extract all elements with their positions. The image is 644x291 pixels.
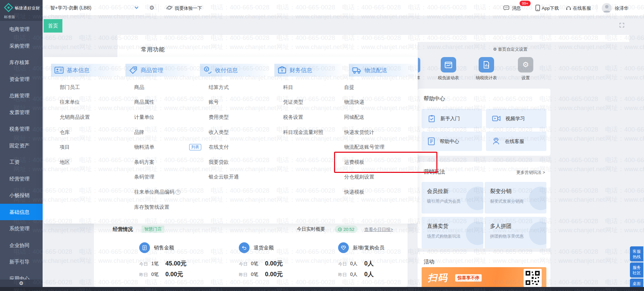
activity-banner[interactable]: 扫码 惊喜享不停 — [422, 267, 546, 289]
help-btn-video-learning[interactable]: 视频学习 — [486, 109, 546, 128]
message-icon[interactable] — [503, 5, 509, 11]
menu-item[interactable]: 银企云联开通 — [209, 170, 278, 185]
menu-item[interactable]: 条码方案 — [134, 155, 203, 170]
menu-item[interactable]: 在线支付 — [209, 140, 278, 155]
menu-item[interactable]: 快递发货统计 — [344, 125, 413, 140]
sidebar-item-general-ledger[interactable]: 总账管理 — [0, 87, 43, 104]
online-service-button[interactable]: 在线客服 — [573, 5, 591, 11]
category-basic-info[interactable]: 基本信息 — [51, 64, 120, 77]
help-btn-help-center[interactable]: 帮助中心 — [422, 132, 482, 151]
category-finance-info[interactable]: 财务信息 — [274, 64, 343, 77]
service-hotline-tab[interactable]: 客服热线 — [630, 246, 643, 261]
sidebar-gear-icon[interactable]: ⚙ — [0, 280, 43, 287]
menu-item[interactable]: 结算方式 — [209, 80, 278, 95]
mobile-phone-icon[interactable] — [535, 5, 540, 11]
menu-item[interactable]: 科目现金流量对照 — [283, 125, 352, 140]
headset-icon[interactable] — [566, 5, 572, 11]
tab-home[interactable]: 首页 — [44, 19, 62, 33]
menu-item[interactable]: 税务设置 — [283, 110, 352, 125]
category-payment-info[interactable]: 收付信息 — [200, 64, 269, 77]
menu-item[interactable]: 允销商品设置 — [60, 110, 129, 125]
experience-button[interactable]: 我要体验一下 — [175, 5, 202, 11]
marketing-item-fission-distribution[interactable]: 裂变分销 裂变式发展分销商 — [485, 182, 546, 213]
menu-item[interactable]: 品牌 — [134, 125, 203, 140]
service-community-tab[interactable]: 服务社区 — [630, 262, 643, 278]
help-btn-online-service[interactable]: 在线客服 — [486, 132, 546, 151]
messages-badge: 99+ — [520, 1, 531, 6]
menu-item[interactable]: 物料清单列表 — [134, 140, 203, 155]
menu-item[interactable]: 部门员工 — [60, 80, 129, 95]
list-badge[interactable]: 列表 — [189, 144, 201, 150]
menu-item[interactable]: 快递模板 — [344, 185, 413, 200]
home-customize-button[interactable]: ⚙ 首页自定义设置 — [493, 47, 527, 52]
tab-underline — [50, 15, 144, 16]
partial-app-icon[interactable] — [418, 58, 420, 72]
help-center-card: 帮助中心 新手入门 视频学习 帮助中心 在线客服 — [418, 89, 550, 156]
sidebar-item-beginner-guide[interactable]: 新手引导 — [0, 253, 43, 270]
help-icon[interactable]: ? — [175, 190, 180, 195]
category-logistics[interactable]: 物流配送 — [349, 64, 418, 77]
sidebar-item-inventory-accounting[interactable]: 库存核算 — [0, 54, 43, 71]
avatar[interactable] — [602, 3, 612, 13]
menu-item[interactable]: 仓库 — [60, 125, 129, 140]
menu-item[interactable]: 收入类型 — [209, 125, 278, 140]
marketing-item-group-buying[interactable]: 多人拼团 拼团购物享受优惠 — [485, 217, 546, 248]
fullscreen-icon[interactable] — [619, 22, 625, 28]
menu-item[interactable]: 物流快递 — [344, 95, 413, 110]
sidebar-item-payroll[interactable]: 工资 — [0, 154, 43, 171]
sidebar-item-purchase[interactable]: 采购管理 — [0, 38, 43, 54]
marketing-more-link[interactable]: 更多营销玩法 > — [516, 170, 545, 176]
messages-button[interactable]: 消息 — [512, 5, 521, 11]
sidebar-item-system[interactable]: 系统管理 — [0, 220, 43, 237]
sidebar-item-e-commerce[interactable]: 电商管理 — [0, 21, 43, 38]
marketing-item-member-acquisition[interactable]: 会员拉新 吸引用户成为会员 — [422, 182, 483, 213]
marketing-card: 营销玩法 更多营销玩法 > 会员拉新 吸引用户成为会员 裂变分销 裂变式发展分销… — [418, 162, 550, 248]
sidebar-item-operations[interactable]: 经营管理 — [0, 171, 43, 187]
menu-column-logistics: 自提 物流快递 同城配送 快递发货统计 物流配送账号管理 运费模板 分仓规则设置… — [344, 80, 413, 200]
menu-item[interactable]: 项目 — [60, 140, 129, 155]
menu-item[interactable]: 自提 — [344, 80, 413, 95]
app-download-button[interactable]: App下载 — [542, 5, 559, 11]
tax-fluctuation-icon[interactable] — [441, 57, 456, 72]
sidebar-item-basic-info[interactable]: 基础信息 — [0, 204, 43, 221]
menu-item[interactable]: 科目 — [283, 80, 352, 95]
category-product-mgmt[interactable]: 商品管理 — [125, 64, 194, 77]
menu-item[interactable]: 商品 — [134, 80, 203, 95]
menu-item[interactable]: 我要贷款 — [209, 155, 278, 170]
planet-icon[interactable] — [166, 5, 173, 11]
menu-item[interactable]: 往来单位商品编码? — [134, 185, 203, 200]
chevron-down-icon[interactable] — [134, 6, 139, 9]
menu-item[interactable]: 往来单位 — [60, 95, 129, 110]
app-title: 畅捷通好业财 — [15, 5, 40, 11]
menu-item[interactable]: 商品属性 — [134, 95, 203, 110]
menu-item[interactable]: 计量单位 — [134, 110, 203, 125]
sidebar-item-fixed-assets[interactable]: 固定资产 — [0, 137, 43, 154]
username[interactable]: 徐泽华 — [615, 5, 629, 11]
video-icon — [492, 115, 501, 122]
gear-icon[interactable]: ⚙ — [149, 4, 154, 11]
app-window: 智+学习-勿删 (LBB) ⚙ 我要体验一下 消息 99+ App下载 在线客服… — [0, 0, 644, 291]
menu-item[interactable]: 凭证类型 — [283, 95, 352, 110]
metric-sales-amount: 销售金额 今日 1笔 45.00元 昨日 0笔 0.00元 — [139, 221, 233, 287]
sidebar-item-invoice[interactable]: 发票管理 — [0, 104, 43, 121]
settings-icon[interactable]: ⚙ — [518, 57, 533, 72]
sidebar-item-tax[interactable]: 税务管理 — [0, 120, 43, 137]
menu-item[interactable]: 地区 — [60, 155, 129, 170]
menu-item[interactable]: 条码管理 — [134, 170, 203, 185]
company-tab[interactable]: 智+学习-勿删 (LBB) — [50, 5, 92, 11]
help-btn-getting-started[interactable]: 新手入门 — [422, 109, 482, 128]
menu-item[interactable]: 库存预警线设置 — [134, 200, 203, 215]
menu-item[interactable]: 费用类型 — [209, 110, 278, 125]
tax-statistics-icon[interactable] — [479, 57, 494, 72]
sidebar-item-expense[interactable]: 小畅报销 — [0, 187, 43, 204]
tag-icon — [129, 66, 138, 75]
topbar-divider — [597, 4, 597, 12]
menu-item[interactable]: 同城配送 — [344, 110, 413, 125]
menu-item-shipping-template-highlighted[interactable]: 运费模板 — [344, 155, 413, 170]
id-card-icon — [54, 66, 64, 74]
sidebar-item-collaboration[interactable]: 企业协同 — [0, 237, 43, 254]
menu-item[interactable]: 账号 — [209, 95, 278, 110]
logo-icon — [4, 3, 13, 12]
sidebar-item-funds[interactable]: 资金管理 — [0, 71, 43, 88]
qr-code — [524, 269, 542, 287]
